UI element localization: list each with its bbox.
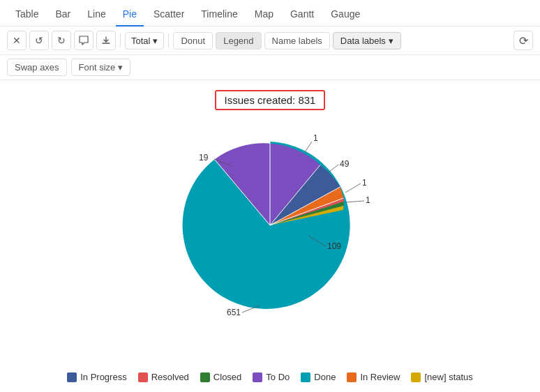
svg-line-8 [345,183,361,193]
divider [120,33,121,47]
undo-button[interactable]: ↺ [29,31,49,50]
label-19: 19 [199,153,209,163]
divider2 [168,33,169,47]
pie-chart-container: 651 109 49 1 1 1 19 [151,117,389,326]
tab-timeline[interactable]: Timeline [194,6,244,27]
name-labels-button[interactable]: Name labels [264,32,330,50]
comment-button[interactable] [74,31,93,50]
tab-gantt[interactable]: Gantt [283,6,321,27]
label-49: 49 [340,159,350,169]
download-button[interactable] [96,31,116,50]
legend-button[interactable]: Legend [216,32,261,50]
tab-line[interactable]: Line [80,6,112,27]
label-651: 651 [227,308,241,317]
redo-button[interactable]: ↻ [52,31,71,50]
pie-svg: 651 109 49 1 1 1 19 [151,117,389,326]
toolbar-row-1: ✕ ↺ ↻ Total ▾ Donut Legend Name labels D… [0,27,540,55]
label-109: 109 [327,241,341,251]
font-size-button[interactable]: Font size ▾ [71,59,131,76]
donut-button[interactable]: Donut [173,32,213,50]
data-labels-button[interactable]: Data labels ▾ [333,32,401,50]
tab-table[interactable]: Table [8,6,45,27]
chart-title: Issues created: 831 [215,90,326,110]
swap-axes-button[interactable]: Swap axes [7,59,67,76]
toolbar-row-2: Swap axes Font size ▾ [0,55,540,80]
label-1c: 1 [313,133,318,143]
chart-area: Issues created: 831 [0,80,540,380]
tab-map[interactable]: Map [248,6,280,27]
refresh-button[interactable]: ⟳ [513,31,533,50]
tab-gauge[interactable]: Gauge [324,6,367,27]
label-1b: 1 [366,195,370,205]
total-select[interactable]: Total ▾ [125,32,164,50]
svg-line-9 [345,201,364,202]
svg-line-10 [305,142,312,152]
tab-pie[interactable]: Pie [116,6,144,27]
clear-button[interactable]: ✕ [7,31,27,50]
label-1a: 1 [362,178,367,188]
chart-type-tabs: Table Bar Line Pie Scatter Timeline Map … [0,0,540,27]
tab-scatter[interactable]: Scatter [147,6,191,27]
tab-bar[interactable]: Bar [48,6,77,27]
